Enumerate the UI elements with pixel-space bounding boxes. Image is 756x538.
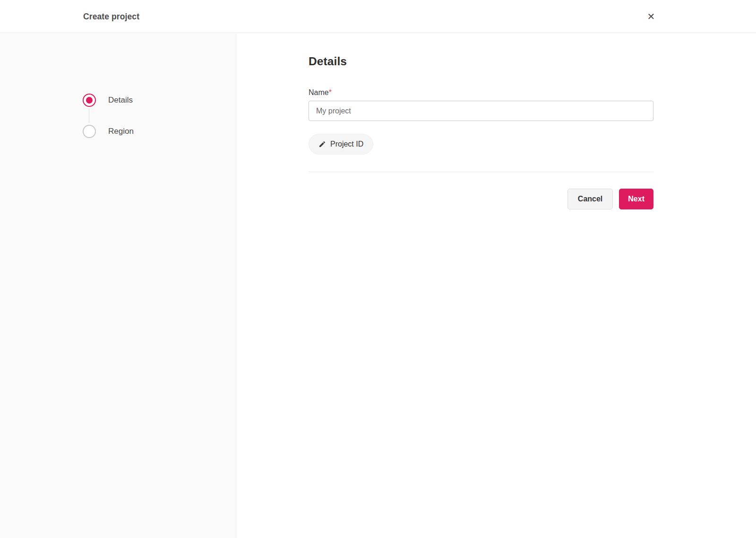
required-asterisk: *: [329, 88, 332, 96]
close-button[interactable]: ✕: [643, 9, 659, 25]
wizard-stepper: Details Region: [83, 94, 134, 138]
cancel-button[interactable]: Cancel: [567, 189, 613, 209]
form-divider: [309, 172, 653, 172]
close-icon: ✕: [647, 11, 655, 22]
step-connector-line: [89, 109, 89, 123]
next-button[interactable]: Next: [619, 189, 653, 209]
step-details-label: Details: [108, 95, 133, 105]
project-id-button-label: Project ID: [330, 140, 363, 148]
footer-actions: Cancel Next: [309, 189, 653, 209]
details-form: Details Name* Project ID Cancel Next: [309, 34, 653, 209]
step-region[interactable]: Region: [83, 125, 134, 138]
name-field-label: Name*: [309, 88, 653, 97]
modal-header: Create project ✕: [0, 0, 756, 33]
edit-pencil-icon: [318, 140, 326, 148]
project-name-input[interactable]: [309, 101, 653, 121]
step-region-label: Region: [108, 127, 134, 136]
wizard-sidebar: Details Region: [0, 34, 236, 538]
modal-title: Create project: [83, 0, 139, 33]
step-radio-active-icon: [83, 94, 96, 107]
step-radio-inactive-icon: [83, 125, 96, 138]
section-heading: Details: [309, 53, 653, 69]
project-id-button[interactable]: Project ID: [309, 134, 373, 155]
step-details[interactable]: Details: [83, 94, 134, 107]
main-panel: Details Name* Project ID Cancel Next: [237, 34, 756, 538]
